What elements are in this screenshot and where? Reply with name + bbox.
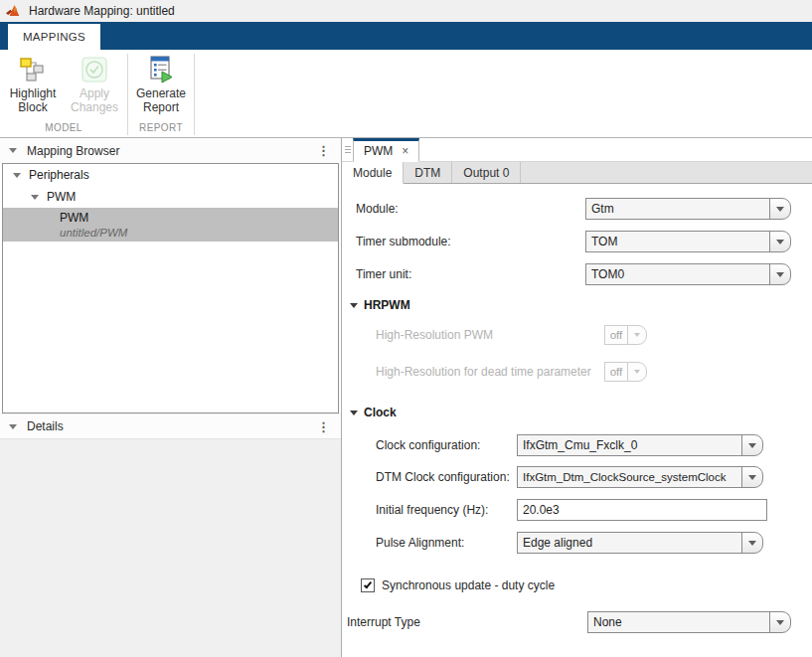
initial-frequency-label: Initial frequency (Hz):	[376, 503, 517, 517]
field-clock-config: Clock configuration: IfxGtm_Cmu_Fxclk_0	[376, 434, 763, 456]
section-hrpwm-title: HRPWM	[364, 298, 410, 312]
hr-pwm-dropdown: off	[604, 325, 647, 345]
tree-item-pwm-selected[interactable]: PWM untitled/PWM	[3, 208, 338, 242]
chevron-down-icon	[627, 325, 647, 345]
kebab-menu-icon[interactable]: ⋮	[315, 420, 332, 433]
kebab-menu-icon[interactable]: ⋮	[315, 144, 332, 157]
field-pulse-alignment: Pulse Alignment: Edge aligned	[376, 532, 763, 554]
interrupt-type-label: Interrupt Type	[347, 615, 587, 629]
timer-submodule-value: TOM	[585, 231, 770, 252]
initial-frequency-input[interactable]	[517, 499, 767, 521]
generate-report-button[interactable]: Generate Report	[130, 56, 192, 114]
module-dropdown[interactable]: Gtm	[585, 198, 791, 220]
collapse-icon[interactable]	[9, 148, 17, 153]
interrupt-type-dropdown[interactable]: None	[587, 611, 791, 633]
chevron-down-icon[interactable]	[769, 231, 791, 252]
field-hr-dead-time: High-Resolution for dead time parameter …	[376, 362, 647, 382]
timer-unit-label: Timer unit:	[356, 267, 585, 281]
mapping-browser-header: Mapping Browser ⋮	[0, 138, 341, 163]
details-title: Details	[27, 419, 64, 433]
timer-unit-value: TOM0	[585, 263, 770, 285]
chevron-down-icon	[627, 362, 647, 382]
highlight-block-icon	[19, 56, 47, 83]
tree-item-label: PWM	[47, 190, 76, 204]
toolstrip: Highlight Block Apply Changes MODEL	[0, 50, 812, 138]
tree-item-pwm-group[interactable]: PWM	[3, 186, 338, 208]
toolstrip-separator	[194, 54, 195, 135]
field-module-label: Module:	[356, 202, 585, 216]
generate-report-label: Generate Report	[130, 86, 192, 114]
sync-update-label: Synchronous update - duty cycle	[382, 578, 555, 592]
mapping-browser-title: Mapping Browser	[27, 144, 119, 158]
timer-submodule-label: Timer submodule:	[356, 235, 585, 248]
chevron-down-icon[interactable]	[741, 434, 763, 456]
field-dtm-clock-config: DTM Clock configuration: IfxGtm_Dtm_Cloc…	[376, 466, 763, 488]
dtm-clock-config-value: IfxGtm_Dtm_ClockSource_systemClock	[517, 466, 742, 488]
chevron-down-icon[interactable]	[769, 198, 791, 220]
module-form: Module: Gtm Timer submodule: TOM Timer u…	[342, 184, 812, 657]
highlight-block-button[interactable]: Highlight Block	[2, 56, 64, 114]
mapping-tree: Peripherals PWM PWM untitled/PWM	[2, 163, 339, 413]
expander-icon[interactable]	[31, 195, 39, 200]
field-hr-pwm: High-Resolution PWM off	[376, 325, 647, 345]
sub-tabbar: Module DTM Output 0	[342, 162, 812, 184]
apply-changes-label: Apply Changes	[64, 86, 125, 114]
apply-changes-icon	[81, 56, 108, 83]
collapse-icon[interactable]	[9, 424, 17, 429]
editor-panel: PWM × Module DTM Output 0 Module: Gtm Ti…	[341, 138, 812, 657]
collapse-icon[interactable]	[350, 411, 358, 415]
highlight-block-label: Highlight Block	[2, 86, 64, 114]
field-timer-submodule: Timer submodule: TOM	[356, 231, 791, 252]
tab-mappings[interactable]: MAPPINGS	[8, 24, 100, 50]
pulse-alignment-label: Pulse Alignment:	[376, 536, 517, 550]
chevron-down-icon[interactable]	[741, 466, 763, 488]
chevron-down-icon[interactable]	[741, 532, 763, 554]
clock-config-value: IfxGtm_Cmu_Fxclk_0	[517, 434, 742, 456]
tab-module[interactable]: Module	[342, 162, 404, 184]
tab-output-0[interactable]: Output 0	[452, 162, 521, 183]
hardware-mapping-window: Hardware Mapping: untitled MAPPINGS H	[0, 0, 812, 657]
clock-config-dropdown[interactable]: IfxGtm_Cmu_Fxclk_0	[517, 434, 763, 456]
group-caption-report: REPORT	[128, 122, 194, 137]
field-timer-unit: Timer unit: TOM0	[356, 263, 791, 285]
doc-tab-label: PWM	[364, 144, 393, 158]
section-clock[interactable]: Clock	[350, 406, 397, 419]
section-clock-title: Clock	[364, 406, 397, 419]
pulse-alignment-dropdown[interactable]: Edge aligned	[517, 532, 763, 554]
clock-config-label: Clock configuration:	[376, 438, 517, 452]
hr-pwm-value: off	[604, 325, 628, 345]
hr-dead-time-dropdown: off	[604, 362, 647, 382]
hr-dead-time-value: off	[604, 362, 628, 382]
pulse-alignment-value: Edge aligned	[517, 532, 742, 554]
section-hrpwm[interactable]: HRPWM	[350, 298, 410, 312]
ribbon-bar: MAPPINGS	[0, 22, 812, 50]
hr-pwm-label: High-Resolution PWM	[376, 328, 604, 342]
tab-dtm[interactable]: DTM	[404, 162, 452, 183]
toolstrip-group-report: Generate Report REPORT	[128, 50, 194, 137]
dtm-clock-config-dropdown[interactable]: IfxGtm_Dtm_ClockSource_systemClock	[517, 466, 763, 488]
titlebar: Hardware Mapping: untitled	[0, 0, 812, 22]
tree-item-label: Peripherals	[29, 168, 89, 182]
chevron-down-icon[interactable]	[769, 611, 791, 633]
interrupt-type-value: None	[587, 611, 770, 633]
doc-tab-pwm[interactable]: PWM ×	[353, 138, 419, 162]
left-panel: Mapping Browser ⋮ Peripherals PWM PWM un…	[0, 138, 341, 657]
details-header: Details ⋮	[0, 413, 341, 438]
hr-dead-time-label: High-Resolution for dead time parameter	[376, 365, 604, 379]
apply-changes-button[interactable]: Apply Changes	[64, 56, 125, 114]
chevron-down-icon[interactable]	[769, 263, 791, 285]
drag-handle-icon[interactable]	[342, 138, 353, 161]
sync-update-checkbox[interactable]	[361, 578, 375, 592]
timer-submodule-dropdown[interactable]: TOM	[585, 231, 791, 252]
details-content	[0, 438, 341, 657]
tree-item-name: PWM	[60, 211, 338, 226]
expander-icon[interactable]	[13, 173, 21, 178]
tree-item-peripherals[interactable]: Peripherals	[3, 164, 338, 186]
generate-report-icon	[147, 56, 175, 83]
collapse-icon[interactable]	[350, 303, 358, 308]
timer-unit-dropdown[interactable]: TOM0	[585, 263, 791, 285]
close-icon[interactable]: ×	[402, 145, 408, 157]
dtm-clock-config-label: DTM Clock configuration:	[376, 470, 517, 484]
field-module: Module: Gtm	[356, 198, 791, 220]
toolstrip-group-model: Highlight Block Apply Changes MODEL	[0, 50, 127, 137]
